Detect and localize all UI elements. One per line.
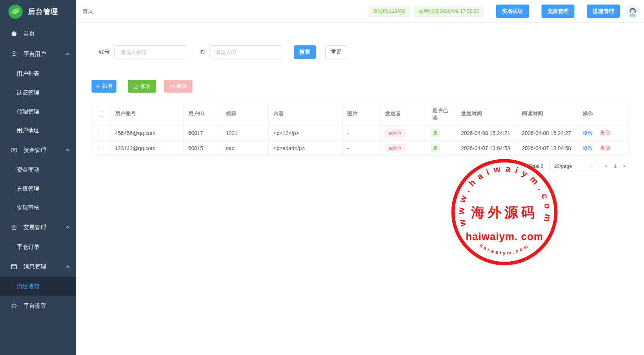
delete-button-label: 删除 <box>177 83 187 90</box>
read-status-tag: 是 <box>431 129 440 137</box>
sidebar-item-label: 平仓订单 <box>17 243 39 251</box>
sidebar-item-label: 消息通知 <box>17 283 39 290</box>
cell-user-id: 60015 <box>184 141 221 156</box>
prev-page-button[interactable]: < <box>602 163 610 169</box>
sidebar-item-recharge-mgmt[interactable]: 充值管理 <box>0 179 76 198</box>
cell-image: - <box>343 141 380 156</box>
sidebar-group-trade[interactable]: 交易管理 <box>0 217 76 237</box>
col-header-actions: 操作 <box>578 102 628 126</box>
col-header-user-id: 用户ID <box>184 102 221 126</box>
edit-button-label: 修改 <box>140 83 151 90</box>
sidebar-item-home[interactable]: 首页 <box>0 23 76 44</box>
sidebar-item-platform-settings[interactable]: 平台设置 <box>0 296 76 316</box>
cell-title: 1221 <box>221 126 269 141</box>
chevron-up-icon <box>65 53 70 56</box>
read-status-tag: 是 <box>431 144 440 152</box>
current-page[interactable]: 1 <box>610 163 621 169</box>
next-page-button[interactable]: > <box>621 163 628 169</box>
col-header-sender: 发送者 <box>380 102 426 126</box>
avatar-image <box>627 5 639 17</box>
main-content: 账号 ID 搜索 重置 新增 修改 删除 <box>76 23 644 355</box>
sidebar-item-fund-changes[interactable]: 资金变动 <box>0 160 76 179</box>
edit-icon <box>133 84 138 89</box>
table-row: 123123@qq.com 60015 dad <p>adad</p> - ad… <box>92 141 628 156</box>
app-logo: 后台管理 <box>0 0 76 23</box>
add-button-label: 新增 <box>102 83 113 90</box>
gift-box-icon <box>11 263 17 270</box>
sidebar: 后台管理 首页 平台用户 用户列表 认证管理 代理管理 用户地址 <box>0 0 76 355</box>
row-delete-link[interactable]: 删除 <box>600 130 611 136</box>
account-input[interactable] <box>114 45 187 59</box>
cell-content: <p>12</p> <box>269 126 343 141</box>
cell-send-time: 2026-04-08 15:24:21 <box>456 126 517 141</box>
id-input[interactable] <box>209 45 282 59</box>
page-size-select[interactable]: 20/page <box>549 160 596 172</box>
row-delete-link[interactable]: 删除 <box>600 145 611 151</box>
row-checkbox[interactable] <box>99 146 104 151</box>
sidebar-item-message-notice[interactable]: 消息通知 <box>0 277 76 296</box>
sidebar-item-closed-orders[interactable]: 平仓订单 <box>0 237 76 256</box>
sidebar-menu: 首页 平台用户 用户列表 认证管理 代理管理 用户地址 资金管理 <box>0 23 76 316</box>
topbar: 首页 邀请码:123456 本地时间:2026/4/8 17:55:55 实名认… <box>76 0 644 23</box>
sidebar-group-label: 资金管理 <box>23 147 46 154</box>
sidebar-item-label: 用户列表 <box>17 70 39 78</box>
edit-button[interactable]: 修改 <box>128 80 156 93</box>
chevron-up-icon <box>65 265 70 268</box>
sender-tag: admin <box>385 144 405 152</box>
sidebar-group-funds[interactable]: 资金管理 <box>0 140 76 160</box>
chevron-up-icon <box>65 226 70 229</box>
app-title: 后台管理 <box>28 7 58 17</box>
sidebar-item-label: 平台设置 <box>23 302 46 310</box>
shopping-bag-icon <box>11 224 17 231</box>
sidebar-group-label: 消息管理 <box>23 263 46 270</box>
col-header-content: 内容 <box>269 102 343 126</box>
col-header-read-time: 阅读时间 <box>517 102 578 126</box>
row-checkbox[interactable] <box>99 131 104 136</box>
sidebar-item-label: 首页 <box>23 30 35 37</box>
user-icon <box>11 51 17 57</box>
sidebar-item-label: 资金变动 <box>17 166 39 174</box>
reset-button[interactable]: 重置 <box>325 45 347 59</box>
col-header-account: 用户账号 <box>110 102 184 126</box>
select-all-checkbox[interactable] <box>99 112 104 117</box>
table-toolbar: 新增 修改 删除 <box>92 80 192 93</box>
col-header-image: 图片 <box>343 102 380 126</box>
cell-send-time: 2026-04-07 13:04:53 <box>456 141 517 156</box>
sidebar-item-withdraw-review[interactable]: 提现审核 <box>0 198 76 217</box>
recharge-mgmt-button[interactable]: 充值管理 <box>542 5 574 18</box>
cell-content: <p>adad</p> <box>269 141 343 156</box>
page-size-value: 20/page <box>554 163 572 169</box>
realname-auth-button[interactable]: 实名认证 <box>496 5 529 18</box>
add-button[interactable]: 新增 <box>92 80 116 93</box>
cell-account: 123123@qq.com <box>110 141 184 156</box>
id-label: ID <box>199 49 205 55</box>
cell-user-id: 60017 <box>184 126 221 141</box>
sidebar-item-user-address[interactable]: 用户地址 <box>0 121 76 140</box>
cell-account: 456456@qq.com <box>110 126 184 141</box>
pagination: Total 2 20/page < 1 > <box>529 160 628 172</box>
cell-title: dad <box>221 141 269 156</box>
withdraw-mgmt-button[interactable]: 提现管理 <box>587 5 620 18</box>
messages-table: 用户账号 用户ID 标题 内容 图片 发送者 是否已读 发送时间 阅读时间 操作… <box>92 102 628 156</box>
sidebar-item-label: 认证管理 <box>17 89 39 96</box>
home-icon <box>11 30 17 37</box>
sidebar-item-agent-mgmt[interactable]: 代理管理 <box>0 102 76 121</box>
topbar-right: 邀请码:123456 本地时间:2026/4/8 17:55:55 实名认证 充… <box>365 5 639 18</box>
sidebar-item-label: 提现审核 <box>17 204 39 211</box>
sidebar-item-label: 充值管理 <box>17 185 39 192</box>
row-edit-link[interactable]: 修改 <box>583 130 593 136</box>
sidebar-group-platform-users[interactable]: 平台用户 <box>0 44 76 64</box>
filter-bar: 账号 ID 搜索 重置 <box>99 45 347 59</box>
sidebar-item-user-list[interactable]: 用户列表 <box>0 64 76 83</box>
sidebar-item-auth-mgmt[interactable]: 认证管理 <box>0 83 76 102</box>
delete-button[interactable]: 删除 <box>164 80 192 93</box>
sidebar-item-label: 代理管理 <box>17 108 39 115</box>
pagination-total: Total 2 <box>529 163 543 169</box>
avatar[interactable] <box>626 5 639 18</box>
table-row: 456456@qq.com 60017 1221 <p>12</p> - adm… <box>92 126 628 141</box>
sidebar-group-messages[interactable]: 消息管理 <box>0 256 76 277</box>
row-edit-link[interactable]: 修改 <box>583 145 593 151</box>
sidebar-group-label: 交易管理 <box>23 224 46 231</box>
search-button[interactable]: 搜索 <box>294 45 316 59</box>
cell-read-time: 2026-04-08 15:24:27 <box>517 126 578 141</box>
